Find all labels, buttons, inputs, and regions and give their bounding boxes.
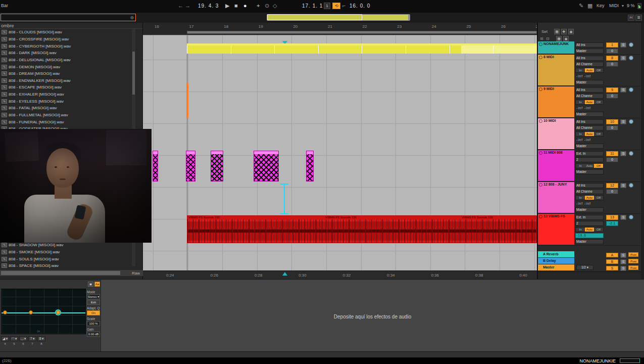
solo-button[interactable]: S <box>620 119 626 124</box>
solo-button[interactable]: S <box>620 215 626 220</box>
monitor-auto[interactable]: Auto <box>585 228 594 232</box>
input-select[interactable]: All Ins <box>575 87 604 93</box>
monitor-auto[interactable]: Auto <box>585 132 594 136</box>
return-track-header[interactable]: A Reverb <box>538 251 574 257</box>
monitor-auto[interactable]: Auto <box>585 196 594 200</box>
edit-button[interactable]: Edit <box>87 300 100 305</box>
arm-button[interactable] <box>629 183 633 188</box>
monitor-in[interactable]: In <box>576 196 585 200</box>
view-option-icon[interactable]: ▦ <box>556 36 562 41</box>
post-toggle[interactable]: Post <box>628 265 638 270</box>
collapse-icon[interactable] <box>539 56 542 59</box>
track-lanes[interactable]: VIBMS FS Sounds 130VIBMS FS Sounds 130VI… <box>143 35 537 270</box>
track-header[interactable]: 11 MIDI 808 <box>538 150 574 181</box>
band-shape-button[interactable]: ◡ ▾ <box>19 336 27 341</box>
help-icon[interactable]: H <box>628 15 634 21</box>
volume-value[interactable]: 0 <box>606 125 618 130</box>
return-activator[interactable]: B <box>606 259 618 264</box>
browser-file[interactable]: ∿808 - DREAM [MISOGI].wav <box>0 70 130 77</box>
eq-band-node[interactable] <box>56 310 60 314</box>
key-map-button[interactable]: Key <box>597 3 605 8</box>
band-shape-button[interactable]: ◠ ▾ <box>10 336 18 341</box>
adapt-q-toggle[interactable]: On <box>87 310 100 315</box>
monitor-auto[interactable]: Auto <box>585 68 594 72</box>
input-select[interactable]: Ext. In <box>575 215 604 220</box>
track-header[interactable]: NONAMEJUNK <box>538 41 574 54</box>
browser-file[interactable]: ∿808 - ENDWALKER [MISOGI].wav <box>0 77 130 84</box>
browser-file[interactable]: ∿808 - SPACE [MISOGI].wav <box>0 262 130 269</box>
band-select-button[interactable]: 4 <box>1 342 9 345</box>
collapse-icon[interactable] <box>539 119 542 123</box>
arrangement-position-display[interactable]: 19. 4. 3 <box>198 3 219 9</box>
browser-search-box[interactable]: ◎ <box>1 14 136 21</box>
midi-clip[interactable] <box>153 151 158 181</box>
output-select[interactable]: Master <box>575 239 604 244</box>
browser-file[interactable]: ∿808 - SOULS [MISOGI].wav <box>0 255 130 262</box>
volume-value[interactable]: 0 <box>606 94 618 99</box>
device-activator-icon[interactable]: ▣ <box>88 282 93 287</box>
zoom-out-icon[interactable]: ⊟ <box>546 36 550 41</box>
window-right-scroll-strip[interactable] <box>641 23 644 279</box>
overview-viewport[interactable] <box>267 14 362 20</box>
browser-file[interactable]: ∿808 - FATAL [MISOGI].wav <box>0 105 130 112</box>
input-channel-select[interactable]: All Channe <box>575 94 604 99</box>
solo-button[interactable]: S <box>620 183 626 188</box>
eq-band-node[interactable] <box>29 310 33 314</box>
volume-value[interactable]: 0 <box>606 62 618 67</box>
input-select[interactable]: All Ins <box>575 119 604 124</box>
collapse-icon[interactable] <box>539 151 542 155</box>
caret-down-icon[interactable]: ▾ <box>622 3 624 9</box>
monitor-off[interactable]: Off <box>594 132 603 136</box>
collapse-icon[interactable] <box>539 87 542 91</box>
monitor-off[interactable]: Off <box>594 100 603 104</box>
return-activator[interactable]: A <box>606 253 618 257</box>
output-select[interactable]: Master <box>575 169 604 174</box>
gain-value[interactable]: 0.00 dB <box>87 332 100 337</box>
browser-file[interactable]: ∿808 - FUNERAL [MISOGI].wav <box>0 118 130 125</box>
track-activator[interactable]: 12 <box>606 183 618 188</box>
browser-horizontal-scrollbar[interactable]: Raw <box>0 270 143 276</box>
midi-clip[interactable] <box>254 151 279 181</box>
track-header[interactable]: 8 MIDI <box>538 55 574 85</box>
band-select-button[interactable]: 5 <box>10 342 18 345</box>
band-select-button[interactable]: 7 <box>28 342 36 345</box>
eq-eight-device[interactable]: ▣ Aa 1k ◢ ▾◠ ▾◡ ▾7 ▾8 ▾ 45678 Mode Stere… <box>0 280 101 352</box>
browser-file[interactable]: ∿808 - DELUSIONAL [MISOGI].wav <box>0 57 130 64</box>
loop-start-display[interactable]: 17. 1. 1 <box>302 3 323 9</box>
volume-value[interactable]: 0 <box>606 189 618 194</box>
follow-left-icon[interactable]: ← <box>178 3 183 9</box>
input-select[interactable]: Ext. In <box>575 151 604 156</box>
track-activator[interactable]: 11 <box>606 151 618 156</box>
output-select[interactable]: Master <box>575 144 604 149</box>
track-activator[interactable]: 1 <box>606 42 618 48</box>
track-header[interactable]: 10 MIDI <box>538 118 574 149</box>
track-header[interactable]: 12 808 - JUNY <box>538 182 574 213</box>
monitor-in[interactable]: In <box>576 228 585 232</box>
track-header[interactable]: 9 MIDI <box>538 86 574 117</box>
overdub-icon[interactable]: ⊙ <box>265 3 269 9</box>
solo-button[interactable]: S <box>620 87 626 93</box>
device-drop-area[interactable]: Deposite aquí los efectos de audio <box>101 280 644 352</box>
volume-value[interactable]: 0 <box>606 157 618 162</box>
monitor-off[interactable]: Off <box>594 228 603 232</box>
input-select[interactable]: All Ins <box>575 183 604 188</box>
arrangement-overview[interactable] <box>267 14 410 21</box>
loop-brace[interactable] <box>187 31 537 34</box>
beat-time-ruler[interactable]: 161718192021222324252627 <box>143 23 537 30</box>
midi-clip[interactable] <box>306 151 314 181</box>
return-track-header[interactable]: B Delay <box>538 258 574 264</box>
midi-clip-yellow[interactable] <box>187 43 537 54</box>
output-select[interactable]: Master <box>575 80 604 85</box>
play-button[interactable]: ▶ <box>225 3 229 9</box>
input-channel-select[interactable]: All Channe <box>575 125 604 130</box>
input-select[interactable]: All Ins <box>575 42 604 48</box>
browser-file[interactable]: ∿808 - ESCAPE [MISOGI].wav <box>0 84 130 91</box>
solo-button[interactable]: S <box>620 253 626 258</box>
menu-icon[interactable]: ≣ <box>635 15 642 21</box>
audio-clip-red[interactable]: VIBMS FS Sounds 130VIBMS FS Sounds 130VI… <box>187 215 537 243</box>
new-midi-icon[interactable]: + <box>257 3 260 9</box>
monitor-off[interactable]: Off <box>594 68 603 72</box>
scroll-thumb[interactable] <box>1 271 120 275</box>
output-select[interactable]: Master <box>575 49 604 54</box>
track-header[interactable]: 13 VIBMS FS <box>538 214 574 245</box>
